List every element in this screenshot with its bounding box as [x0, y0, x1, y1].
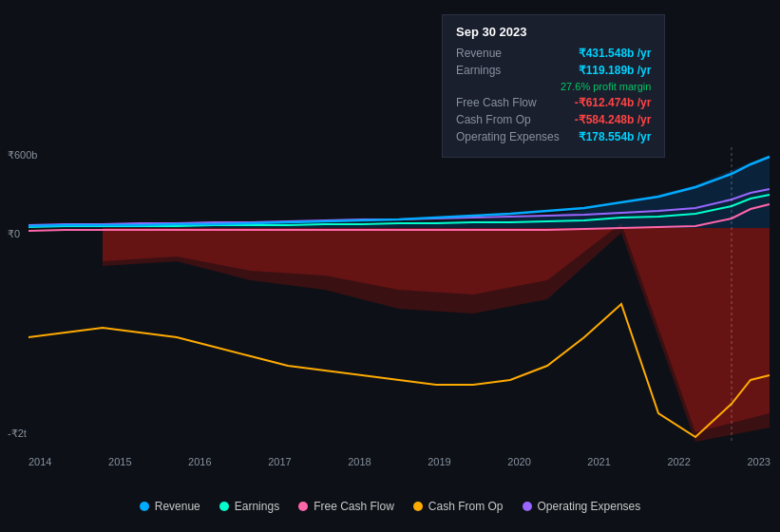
y-label-neg2t: -₹2t — [8, 428, 27, 440]
legend-label-cfo: Cash From Op — [428, 500, 504, 513]
legend-dot-opex — [523, 502, 532, 511]
tooltip-label-fcf: Free Cash Flow — [456, 96, 561, 109]
tooltip-profit-margin: 27.6% profit margin — [561, 81, 651, 92]
legend-item-fcf[interactable]: Free Cash Flow — [298, 500, 394, 513]
legend-label-opex: Operating Expenses — [538, 500, 641, 513]
legend-item-opex[interactable]: Operating Expenses — [523, 500, 641, 513]
legend-item-revenue[interactable]: Revenue — [140, 500, 200, 513]
tooltip-label-earnings: Earnings — [456, 64, 561, 77]
tooltip-value-cfo: -₹584.248b /yr — [575, 113, 652, 126]
tooltip-row-opex: Operating Expenses ₹178.554b /yr — [456, 130, 651, 143]
chart-legend: Revenue Earnings Free Cash Flow Cash Fro… — [0, 500, 780, 513]
x-label-2016: 2016 — [188, 456, 211, 467]
main-chart — [29, 147, 770, 442]
x-label-2022: 2022 — [667, 456, 690, 467]
legend-dot-cfo — [413, 502, 423, 511]
tooltip-row-cfo: Cash From Op -₹584.248b /yr — [456, 113, 651, 126]
tooltip-date: Sep 30 2023 — [456, 25, 651, 39]
tooltip-label-opex: Operating Expenses — [456, 130, 561, 143]
x-label-2018: 2018 — [348, 456, 371, 467]
tooltip-value-opex: ₹178.554b /yr — [579, 130, 652, 143]
y-label-0: ₹0 — [8, 228, 20, 240]
tooltip-row-earnings: Earnings ₹119.189b /yr — [456, 64, 651, 77]
x-label-2020: 2020 — [507, 456, 530, 467]
x-axis-labels: 2014 2015 2016 2017 2018 2019 2020 2021 … — [29, 456, 770, 467]
legend-label-fcf: Free Cash Flow — [314, 500, 394, 513]
legend-dot-revenue — [140, 502, 149, 511]
x-label-2017: 2017 — [268, 456, 291, 467]
legend-label-revenue: Revenue — [155, 500, 200, 513]
tooltip-value-revenue: ₹431.548b /yr — [579, 47, 652, 60]
tooltip-row-revenue: Revenue ₹431.548b /yr — [456, 47, 651, 60]
legend-dot-earnings — [219, 502, 229, 511]
tooltip-label-cfo: Cash From Op — [456, 113, 561, 126]
tooltip: Sep 30 2023 Revenue ₹431.548b /yr Earnin… — [442, 14, 665, 158]
x-label-2023: 2023 — [747, 456, 770, 467]
chart-container: Sep 30 2023 Revenue ₹431.548b /yr Earnin… — [0, 0, 780, 532]
x-label-2015: 2015 — [108, 456, 131, 467]
legend-item-earnings[interactable]: Earnings — [219, 500, 279, 513]
x-label-2014: 2014 — [29, 456, 51, 467]
x-label-2019: 2019 — [428, 456, 450, 467]
tooltip-value-earnings: ₹119.189b /yr — [579, 64, 652, 77]
x-label-2021: 2021 — [587, 456, 610, 467]
tooltip-row-fcf: Free Cash Flow -₹612.474b /yr — [456, 96, 651, 109]
tooltip-value-fcf: -₹612.474b /yr — [575, 96, 652, 109]
tooltip-label-revenue: Revenue — [456, 47, 561, 60]
legend-item-cfo[interactable]: Cash From Op — [413, 500, 504, 513]
legend-label-earnings: Earnings — [235, 500, 279, 513]
negative-area-overlay — [29, 228, 770, 442]
legend-dot-fcf — [298, 502, 308, 511]
